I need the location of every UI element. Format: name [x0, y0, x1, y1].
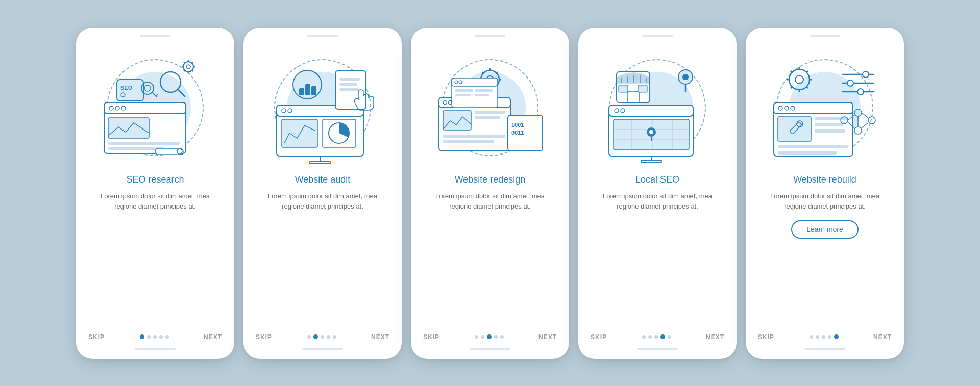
svg-rect-55 [443, 135, 505, 138]
illustration-website-redesign: 1001 0011 [423, 49, 557, 166]
dot-2 [648, 335, 652, 339]
bottom-bar-website-rebuild [804, 348, 845, 350]
dot-2 [147, 335, 151, 339]
next-button-website-redesign[interactable]: NEXT [538, 333, 557, 341]
bottom-bar-local-seo [637, 348, 678, 350]
card-title-seo-research: SEO research [126, 174, 184, 185]
dot-3 [487, 334, 492, 339]
dot-4 [159, 335, 163, 339]
dot-2 [816, 335, 819, 339]
skip-button-website-rebuild[interactable]: SKIP [758, 333, 774, 341]
card-footer-seo-research: SKIP NEXT [88, 329, 222, 341]
skip-button-website-redesign[interactable]: SKIP [423, 333, 439, 341]
svg-rect-106 [774, 102, 853, 114]
card-title-website-audit: Website audit [295, 174, 351, 185]
svg-rect-1 [104, 102, 186, 114]
dots-website-audit [307, 334, 336, 339]
svg-line-125 [806, 87, 808, 88]
svg-rect-54 [475, 116, 500, 119]
card-description-local-seo: Lorem ipsum dolor sit dim amet, mea regi… [591, 191, 724, 213]
dot-5 [834, 334, 839, 339]
svg-rect-45 [339, 83, 357, 86]
svg-rect-116 [778, 145, 848, 148]
card-title-website-rebuild: Website rebuild [793, 174, 856, 185]
illustration-website-rebuild [758, 49, 892, 166]
dot-2 [481, 335, 484, 339]
svg-rect-75 [455, 94, 471, 96]
svg-rect-114 [815, 123, 843, 126]
card-seo-research: SEO [76, 28, 234, 359]
skip-button-local-seo[interactable]: SKIP [591, 333, 607, 341]
cards-container: SEO [45, 7, 935, 379]
dot-1 [810, 335, 813, 339]
svg-line-17 [156, 94, 158, 96]
dot-1 [307, 335, 311, 339]
svg-point-89 [649, 130, 653, 134]
svg-rect-53 [475, 111, 505, 114]
dots-seo-research [140, 334, 169, 339]
svg-rect-46 [339, 88, 359, 91]
svg-point-15 [144, 85, 151, 91]
svg-text:1001: 1001 [511, 122, 524, 128]
dot-5 [165, 335, 169, 339]
svg-line-26 [184, 62, 185, 63]
dot-3 [654, 335, 658, 339]
svg-line-127 [791, 87, 792, 88]
svg-line-124 [791, 71, 792, 72]
dot-4 [327, 335, 330, 339]
svg-point-135 [854, 109, 862, 116]
bottom-bar-website-audit [302, 348, 343, 350]
svg-text:0011: 0011 [511, 130, 524, 136]
card-footer-website-rebuild: SKIP NEXT [758, 329, 892, 341]
svg-rect-110 [778, 117, 811, 141]
next-button-local-seo[interactable]: NEXT [706, 333, 724, 341]
svg-line-66 [482, 72, 484, 73]
illustration-website-audit [256, 49, 389, 166]
dot-1 [475, 335, 478, 339]
skip-button-seo-research[interactable]: SKIP [88, 333, 105, 341]
dot-3 [153, 335, 157, 339]
card-description-website-rebuild: Lorem ipsum dolor sit dim amet, mea regi… [758, 191, 892, 213]
svg-line-19 [178, 89, 185, 96]
svg-rect-6 [108, 142, 180, 145]
dot-1 [140, 334, 144, 339]
dot-4 [828, 335, 831, 339]
dot-3 [822, 335, 825, 339]
dot-4 [494, 335, 498, 339]
card-footer-website-redesign: SKIP NEXT [423, 329, 557, 341]
card-website-audit: Website audit Lorem ipsum dolor sit dim … [243, 28, 402, 359]
learn-more-button[interactable]: Learn more [791, 220, 859, 239]
dot-3 [321, 335, 324, 339]
svg-rect-117 [778, 151, 837, 155]
svg-rect-92 [641, 160, 662, 163]
svg-rect-44 [339, 78, 360, 81]
svg-rect-38 [310, 161, 330, 164]
svg-line-29 [184, 70, 185, 71]
svg-rect-56 [443, 140, 494, 143]
svg-point-21 [186, 65, 190, 69]
dot-4 [660, 334, 665, 339]
card-website-rebuild: Website rebuild Lorem ipsum dolor sit di… [746, 28, 904, 359]
dot-5 [500, 335, 504, 339]
svg-rect-79 [609, 105, 693, 116]
dot-2 [313, 334, 318, 339]
svg-point-137 [854, 127, 862, 134]
svg-point-119 [795, 75, 803, 84]
card-title-local-seo: Local SEO [635, 174, 679, 185]
card-title-website-redesign: Website redesign [455, 174, 526, 185]
next-button-seo-research[interactable]: NEXT [204, 333, 222, 341]
dots-website-redesign [475, 334, 504, 339]
illustration-local-seo [591, 49, 724, 166]
skip-button-website-audit[interactable]: SKIP [256, 333, 272, 341]
svg-line-28 [192, 62, 193, 63]
card-description-website-audit: Lorem ipsum dolor sit dim amet, mea regi… [256, 191, 389, 213]
svg-point-131 [847, 80, 853, 86]
next-button-website-audit[interactable]: NEXT [371, 333, 389, 341]
svg-rect-77 [475, 94, 489, 96]
card-description-website-redesign: Lorem ipsum dolor sit dim amet, mea regi… [423, 191, 557, 213]
dot-5 [668, 335, 671, 339]
bottom-bar-seo-research [135, 348, 176, 350]
next-button-website-rebuild[interactable]: NEXT [873, 333, 892, 341]
svg-point-133 [857, 89, 864, 95]
svg-line-126 [806, 71, 808, 72]
